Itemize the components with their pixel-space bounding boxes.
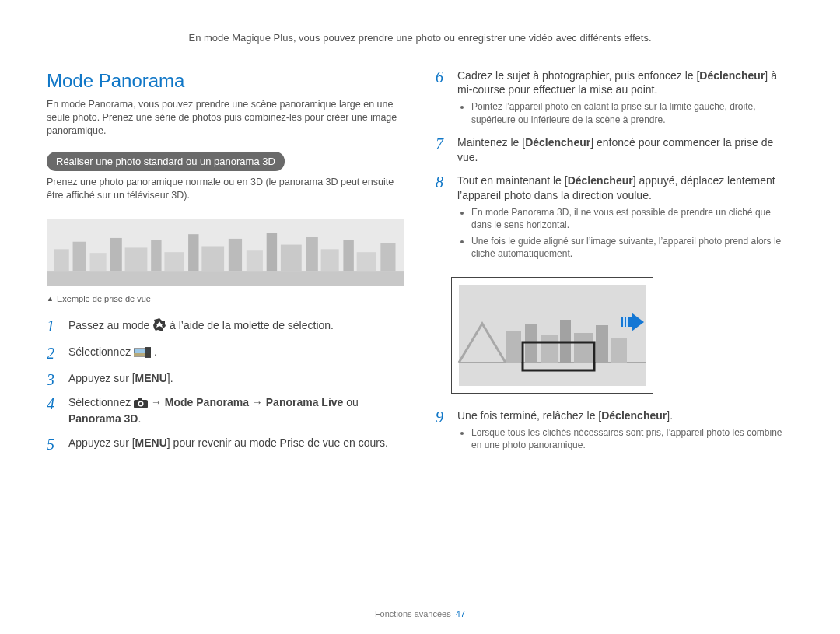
step-text-post: . bbox=[154, 345, 157, 358]
svg-rect-3 bbox=[73, 242, 86, 271]
step-9-sub: Lorsque tous les clichés nécessaires son… bbox=[457, 426, 793, 451]
svg-rect-19 bbox=[380, 243, 395, 271]
step-number: 1 bbox=[47, 316, 64, 337]
image-caption: ▲Exemple de prise de vue bbox=[47, 293, 404, 305]
svg-rect-1 bbox=[47, 271, 404, 286]
svg-rect-40 bbox=[621, 317, 632, 327]
right-column: 6 Cadrez le sujet à photographier, puis … bbox=[436, 68, 793, 461]
svg-rect-4 bbox=[90, 253, 107, 271]
step-number: 4 bbox=[47, 394, 64, 415]
sub-item: En mode Panorama 3D, il ne vous est poss… bbox=[471, 206, 793, 231]
panorama-mode-icon bbox=[134, 347, 151, 362]
svg-rect-26 bbox=[138, 398, 142, 401]
sub-item: Une fois le guide aligné sur l’image sui… bbox=[471, 235, 793, 260]
page: En mode Magique Plus, vous pouvez prendr… bbox=[0, 0, 840, 634]
svg-rect-24 bbox=[145, 347, 151, 358]
step-3: 3 Appuyez sur [MENU]. bbox=[47, 371, 404, 386]
footer-page-number: 47 bbox=[456, 609, 465, 618]
step-number: 9 bbox=[436, 407, 453, 428]
svg-rect-6 bbox=[125, 247, 148, 271]
svg-rect-13 bbox=[267, 233, 277, 271]
subsection-desc: Prenez une photo panoramique normale ou … bbox=[47, 176, 404, 202]
mode-dial-icon bbox=[152, 317, 166, 335]
step-4: 4 Sélectionnez → Mode Panorama → Panoram… bbox=[47, 395, 404, 427]
step-number: 7 bbox=[436, 134, 453, 155]
shutter-label: Déclencheur bbox=[601, 409, 667, 422]
step-6: 6 Cadrez le sujet à photographier, puis … bbox=[436, 68, 793, 126]
step-text-post: ]. bbox=[167, 372, 173, 384]
step-text-a: Une fois terminé, relâchez le [ bbox=[457, 409, 601, 422]
svg-rect-17 bbox=[343, 240, 353, 271]
page-intro: En mode Magique Plus, vous pouvez prendr… bbox=[47, 31, 793, 45]
step-bold-1: Mode Panorama bbox=[165, 396, 249, 408]
steps-left: 1 Passez au mode à l’aide de la molette … bbox=[47, 317, 404, 450]
section-desc: En mode Panorama, vous pouvez prendre un… bbox=[47, 98, 404, 138]
svg-rect-2 bbox=[54, 249, 69, 271]
step-text-a: Maintenez le [ bbox=[457, 136, 525, 149]
caption-marker-icon: ▲ bbox=[47, 295, 54, 303]
svg-rect-38 bbox=[611, 338, 627, 363]
svg-rect-7 bbox=[151, 240, 161, 271]
step-text-a: Cadrez le sujet à photographier, puis en… bbox=[457, 69, 699, 82]
step-text-post: . bbox=[138, 412, 141, 425]
svg-rect-9 bbox=[188, 234, 198, 271]
svg-rect-16 bbox=[321, 249, 339, 271]
step-text-post: à l’aide de la molette de sélection. bbox=[170, 319, 334, 331]
svg-rect-34 bbox=[541, 335, 558, 363]
svg-rect-10 bbox=[201, 246, 224, 271]
step-text: Sélectionnez bbox=[68, 345, 134, 358]
svg-point-28 bbox=[139, 402, 142, 405]
step-5: 5 Appuyez sur [MENU] pour revenir au mod… bbox=[47, 436, 404, 450]
step-number: 8 bbox=[436, 172, 453, 193]
sub-item: Pointez l’appareil photo en calant la pr… bbox=[471, 100, 793, 125]
sub-item: Lorsque tous les clichés nécessaires son… bbox=[471, 426, 793, 451]
step-1: 1 Passez au mode à l’aide de la molette … bbox=[47, 317, 404, 335]
svg-rect-5 bbox=[110, 238, 121, 271]
step-text-pre: Appuyez sur [ bbox=[68, 372, 135, 384]
step-text-a: Tout en maintenant le [ bbox=[457, 174, 568, 187]
section-title: Mode Panorama bbox=[47, 68, 404, 93]
menu-button-label: MENU bbox=[135, 371, 167, 386]
step-2: 2 Sélectionnez . bbox=[47, 345, 404, 362]
step-7: 7 Maintenez le [Déclencheur] enfoncé pou… bbox=[436, 135, 793, 165]
viewfinder-illustration bbox=[451, 277, 653, 394]
svg-rect-37 bbox=[596, 325, 608, 363]
shutter-label: Déclencheur bbox=[525, 136, 590, 149]
step-6-sub: Pointez l’appareil photo en calant la pr… bbox=[457, 100, 793, 125]
step-bold-2: Panorama Live bbox=[266, 396, 344, 408]
footer-section-label: Fonctions avancées bbox=[375, 609, 451, 618]
steps-right: 6 Cadrez le sujet à photographier, puis … bbox=[436, 68, 793, 260]
left-column: Mode Panorama En mode Panorama, vous pou… bbox=[47, 68, 404, 461]
step-number: 6 bbox=[436, 67, 453, 88]
panorama-example-image bbox=[47, 219, 404, 286]
step-number: 5 bbox=[47, 434, 64, 455]
shutter-label: Déclencheur bbox=[699, 69, 765, 82]
steps-right-continued: 9 Une fois terminé, relâchez le [Déclenc… bbox=[436, 408, 793, 451]
step-8: 8 Tout en maintenant le [Déclencheur] ap… bbox=[436, 173, 793, 260]
step-bold-3: Panorama 3D bbox=[68, 412, 138, 425]
step-number: 2 bbox=[47, 343, 64, 364]
arrow: → bbox=[151, 396, 165, 408]
arrow: → bbox=[249, 396, 266, 408]
svg-rect-32 bbox=[506, 331, 521, 363]
svg-rect-18 bbox=[357, 252, 376, 271]
svg-rect-14 bbox=[281, 244, 302, 271]
step-text-c: ]. bbox=[667, 409, 673, 422]
camera-icon bbox=[134, 398, 148, 412]
svg-rect-11 bbox=[229, 239, 242, 271]
step-or: ou bbox=[343, 396, 358, 408]
step-text-post: ] pour revenir au mode Prise de vue en c… bbox=[167, 436, 388, 449]
shutter-label: Déclencheur bbox=[568, 174, 633, 187]
svg-rect-15 bbox=[306, 237, 318, 271]
svg-rect-36 bbox=[574, 333, 593, 363]
step-8-sub: En mode Panorama 3D, il ne vous est poss… bbox=[457, 206, 793, 260]
subsection-pill: Réaliser une photo standard ou un panora… bbox=[47, 152, 285, 172]
page-footer: Fonctions avancées 47 bbox=[0, 608, 840, 620]
step-text-pre: Sélectionnez bbox=[68, 396, 134, 408]
step-number: 3 bbox=[47, 370, 64, 391]
caption-text: Exemple de prise de vue bbox=[57, 294, 151, 303]
menu-button-label: MENU bbox=[135, 436, 167, 450]
step-text-pre: Appuyez sur [ bbox=[68, 436, 135, 449]
svg-rect-8 bbox=[164, 252, 184, 271]
columns: Mode Panorama En mode Panorama, vous pou… bbox=[47, 68, 793, 461]
